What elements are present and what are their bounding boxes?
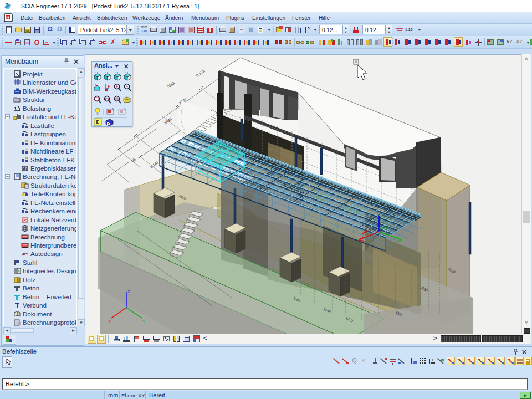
svg-text:X: X xyxy=(108,319,111,324)
svg-text:Z: Z xyxy=(127,289,130,294)
svg-text:Y: Y xyxy=(142,319,146,324)
